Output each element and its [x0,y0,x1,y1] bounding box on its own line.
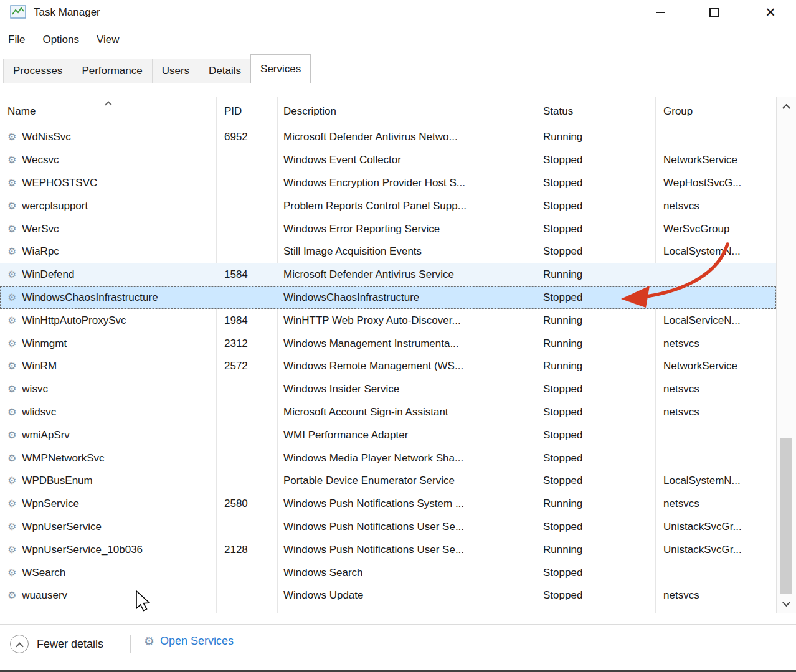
table-header: Name PID Description Status Group [0,97,776,126]
service-gear-icon: ⚙ [7,178,16,188]
fewer-details-button[interactable]: Fewer details [10,635,103,653]
table-row[interactable]: ⚙ WpnUserService Windows Push Notificati… [0,516,776,539]
vertical-scrollbar[interactable] [776,97,796,613]
services-table: Name PID Description Status Group ⚙ WdNi… [0,97,776,613]
service-gear-icon: ⚙ [7,155,16,165]
service-status-cell: Running [536,309,655,332]
service-pid-cell: 1984 [216,309,277,332]
service-status-cell: Running [536,263,655,286]
service-name-cell: ⚙ WpnUserService [0,516,216,539]
chevron-up-icon [782,103,790,111]
table-row[interactable]: ⚙ wercplsupport Problem Reports Control … [0,194,776,217]
service-description-cell: Windows Insider Service [277,378,536,401]
sort-ascending-icon [0,98,216,104]
service-description-cell: Microsoft Defender Antivirus Service [277,263,536,286]
service-group-cell [655,561,776,584]
service-name-cell: ⚙ WinHttpAutoProxySvc [0,309,216,332]
service-description-cell: WMI Performance Adapter [277,424,536,447]
service-status-cell: Stopped [536,401,655,424]
minimize-button[interactable] [643,0,678,25]
table-row[interactable]: ⚙ wlidsvc Microsoft Account Sign-in Assi… [0,401,776,424]
service-status-cell: Stopped [536,516,655,539]
table-row[interactable]: ⚙ WdNisSvc 6952 Microsoft Defender Antiv… [0,126,776,149]
table-row[interactable]: ⚙ wuauserv Windows Update Stopped netsvc… [0,584,776,607]
column-header-pid[interactable]: PID [216,97,277,126]
service-group-cell [655,263,776,286]
service-group-cell: WepHostSvcG... [655,172,776,195]
close-button[interactable]: ✕ [753,0,788,25]
service-name-cell: ⚙ WEPHOSTSVC [0,172,216,195]
menu-item-file[interactable]: File [8,34,25,46]
column-header-status[interactable]: Status [536,97,655,126]
window-title: Task Manager [34,6,100,19]
service-group-cell: NetworkService [655,149,776,172]
column-header-group[interactable]: Group [655,97,776,126]
table-row[interactable]: ⚙ WindowsChaosInfrastructure WindowsChao… [0,286,776,310]
table-row[interactable]: ⚙ WPDBusEnum Portable Device Enumerator … [0,470,776,493]
scroll-down-button[interactable] [777,595,796,613]
service-name-cell: ⚙ wmiApSrv [0,424,216,447]
collapse-chevron-icon [10,635,29,653]
table-row[interactable]: ⚙ WSearch Windows Search Stopped [0,561,776,584]
service-gear-icon: ⚙ [7,270,16,280]
table-row[interactable]: ⚙ WMPNetworkSvc Windows Media Player Net… [0,447,776,470]
open-services-button[interactable]: ⚙ Open Services [144,635,234,648]
menu-bar: FileOptionsView [0,27,796,52]
service-gear-icon: ⚙ [7,476,16,486]
service-status-cell: Running [536,493,655,516]
scroll-up-button[interactable] [777,97,796,115]
table-row[interactable]: ⚙ WiaRpc Still Image Acquisition Events … [0,240,776,263]
service-group-cell [655,286,776,310]
service-group-cell: UnistackSvcGr... [655,516,776,539]
service-status-cell: Stopped [536,378,655,401]
service-status-cell: Stopped [536,217,655,240]
service-gear-icon: ⚙ [7,453,16,463]
table-row[interactable]: ⚙ WinDefend 1584 Microsoft Defender Anti… [0,263,776,286]
service-group-cell: netsvcs [655,401,776,424]
menu-item-options[interactable]: Options [42,34,79,46]
service-gear-icon: ⚙ [7,407,16,417]
service-group-cell [655,447,776,470]
table-row[interactable]: ⚙ WpnService 2580 Windows Push Notificat… [0,493,776,516]
tab-details[interactable]: Details [199,59,251,83]
services-gear-icon: ⚙ [144,635,154,647]
maximize-icon [709,8,719,17]
service-name-cell: ⚙ WinDefend [0,263,216,286]
service-status-cell: Stopped [536,172,655,195]
tab-performance[interactable]: Performance [72,59,152,83]
table-row[interactable]: ⚙ wmiApSrv WMI Performance Adapter Stopp… [0,424,776,447]
service-name-cell: ⚙ Wecsvc [0,149,216,172]
service-gear-icon: ⚙ [7,430,16,440]
service-description-cell: Windows Event Collector [277,149,536,172]
service-status-cell: Stopped [536,424,655,447]
tab-users[interactable]: Users [152,59,199,83]
scrollbar-thumb[interactable] [780,438,792,594]
service-pid-cell [216,217,277,240]
table-row[interactable]: ⚙ Wecsvc Windows Event Collector Stopped… [0,149,776,172]
service-description-cell: WinHTTP Web Proxy Auto-Discover... [277,309,536,332]
service-group-cell: LocalServiceN... [655,309,776,332]
tab-processes[interactable]: Processes [3,59,72,83]
table-row[interactable]: ⚙ wisvc Windows Insider Service Stopped … [0,378,776,401]
table-row[interactable]: ⚙ Winmgmt 2312 Windows Management Instru… [0,332,776,355]
service-name-cell: ⚙ wisvc [0,378,216,401]
table-row[interactable]: ⚙ WpnUserService_10b036 2128 Windows Pus… [0,538,776,561]
table-row[interactable]: ⚙ WEPHOSTSVC Windows Encryption Provider… [0,172,776,195]
table-row[interactable]: ⚙ WerSvc Windows Error Reporting Service… [0,217,776,240]
table-row[interactable]: ⚙ WinHttpAutoProxySvc 1984 WinHTTP Web P… [0,309,776,332]
service-gear-icon: ⚙ [7,293,16,303]
service-pid-cell [216,584,277,607]
maximize-button[interactable] [697,0,732,25]
service-status-cell: Running [536,126,655,149]
column-header-description[interactable]: Description [277,97,536,126]
service-gear-icon: ⚙ [7,384,16,394]
service-description-cell: Microsoft Account Sign-in Assistant [277,401,536,424]
service-name-cell: ⚙ WMPNetworkSvc [0,447,216,470]
footer-bar: Fewer details ⚙ Open Services [0,624,796,670]
table-body: ⚙ WdNisSvc 6952 Microsoft Defender Antiv… [0,126,776,607]
table-row[interactable]: ⚙ WinRM 2572 Windows Remote Management (… [0,355,776,378]
menu-item-view[interactable]: View [97,34,120,46]
tab-services[interactable]: Services [250,54,311,83]
service-description-cell: Windows Encryption Provider Host S... [277,172,536,195]
open-services-label: Open Services [160,635,234,648]
